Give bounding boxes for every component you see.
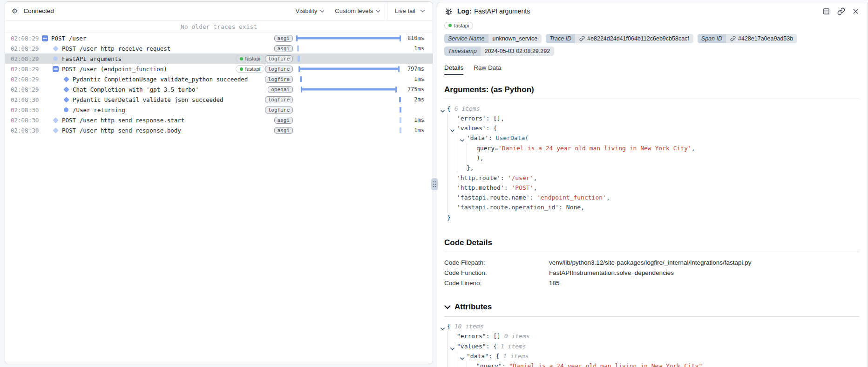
green-dot-icon	[240, 57, 243, 60]
code-details-heading: Code Details	[444, 238, 859, 247]
log-title: FastAPI arguments	[474, 7, 530, 15]
tag-badge-openai[interactable]: openai	[268, 86, 293, 93]
indent-guide	[447, 143, 457, 153]
collapse-chevron-icon[interactable]	[460, 135, 464, 145]
meta-pill-label: Service Name	[444, 34, 488, 43]
tree-line-content: ),	[476, 153, 484, 163]
link-icon[interactable]	[579, 36, 585, 41]
trace-label: POST /user http send response.start	[62, 117, 267, 124]
trace-row[interactable]: 02:08:30/User returninglogfire	[5, 105, 433, 115]
code-token: '/user'	[508, 174, 534, 181]
green-dot-icon	[240, 67, 243, 71]
code-token: "values"	[457, 343, 486, 350]
trace-timestamp: 02:08:30	[11, 117, 40, 124]
trace-list: 02:08:29POST /userasgi810ms02:08:29POST …	[5, 33, 433, 364]
trace-row[interactable]: 02:08:30Pydantic UserDetail validate_jso…	[5, 94, 433, 105]
duration-bar-track	[297, 33, 403, 43]
collapse-chevron-icon[interactable]	[450, 125, 454, 135]
tab-raw-data[interactable]: Raw Data	[474, 64, 501, 75]
tag-badge-asgi[interactable]: asgi	[274, 117, 293, 124]
trace-row[interactable]: 02:08:30POST /user http send response.bo…	[5, 125, 433, 135]
tag-badge-logfire[interactable]: logfire	[265, 107, 293, 113]
code-token: 'Daniel is a 24 year old man living in N…	[498, 145, 692, 152]
indent-guide	[447, 113, 457, 123]
code-token: {	[447, 105, 454, 112]
duration-tick	[297, 46, 299, 51]
code-token: 0 items	[504, 333, 530, 340]
tag-badge-asgi[interactable]: asgi	[274, 35, 293, 42]
panel-resize-handle[interactable]	[431, 178, 438, 190]
trace-row[interactable]: 02:08:29Pydantic CompletionUsage validat…	[5, 74, 433, 84]
tag-badge-logfire[interactable]: logfire	[265, 96, 293, 103]
duration-bar	[299, 68, 399, 70]
collapse-chevron-icon[interactable]	[460, 353, 464, 363]
code-token: : {	[488, 353, 503, 360]
span-icon[interactable]	[52, 66, 59, 72]
duration-bar-track	[297, 53, 403, 64]
tree-line: 'fastapi.route.name': 'endpoint_function…	[444, 193, 859, 202]
code-detail-value: 185	[549, 278, 560, 288]
tree-line: { 6 items	[444, 104, 859, 113]
attributes-json-tree: { 10 items"errors": [] 0 items"values": …	[444, 321, 859, 367]
span-icon[interactable]	[41, 35, 48, 41]
code-token: 'fastapi.route.name'	[457, 194, 530, 201]
code-token: :	[530, 194, 537, 201]
scope-badge-fastapi[interactable]: fastapi	[236, 65, 264, 73]
visibility-dropdown[interactable]: Visibility	[296, 7, 325, 14]
trace-label: Pydantic CompletionUsage validate_python…	[73, 76, 267, 83]
tag-badge-logfire[interactable]: logfire	[265, 76, 293, 83]
copy-link-icon[interactable]	[837, 7, 845, 15]
tree-line: "data": { 1 items	[444, 351, 859, 361]
trace-row[interactable]: 02:08:30POST /user http send response.st…	[5, 115, 433, 125]
trace-row[interactable]: 02:08:29Chat Completion with 'gpt-3.5-tu…	[5, 84, 433, 94]
scope-badge-fastapi[interactable]: fastapi	[444, 22, 473, 29]
trace-row[interactable]: 02:08:29POST /user (endpoint_function)fa…	[5, 64, 433, 74]
grip-dots-icon	[433, 181, 436, 187]
close-icon[interactable]	[852, 8, 859, 15]
custom-levels-dropdown[interactable]: Custom levels	[335, 7, 380, 14]
code-token: "query"	[476, 362, 502, 367]
trace-label: POST /user	[51, 35, 267, 42]
code-token: 1 items	[501, 343, 526, 350]
code-token: "errors"	[457, 333, 486, 340]
tag-badge-logfire[interactable]: logfire	[265, 66, 293, 73]
tree-line: "query": "Daniel is a 24 year old man li…	[444, 361, 859, 367]
duration-tick	[399, 97, 401, 102]
collapse-chevron-icon[interactable]	[444, 305, 451, 309]
collapse-chevron-icon[interactable]	[441, 323, 445, 333]
trace-row[interactable]: 02:08:29POST /userasgi810ms	[5, 33, 433, 43]
tree-line: { 10 items	[444, 321, 859, 331]
trace-duration: 797ms	[403, 66, 424, 72]
trace-row[interactable]: 02:08:29FastAPI argumentsfastapilogfire	[5, 53, 433, 64]
diamond-light-icon	[52, 45, 59, 52]
collapse-chevron-icon[interactable]	[441, 106, 445, 115]
meta-pills: Service Nameunknown_serviceTrace ID#e822…	[444, 34, 859, 56]
link-icon[interactable]	[730, 36, 736, 41]
tab-details[interactable]: Details	[444, 64, 463, 75]
settings-gear-icon[interactable]: ⚙	[12, 7, 18, 14]
tree-line-content: "values": { 1 items	[457, 341, 526, 351]
arguments-heading: Arguments: (as Python)	[444, 85, 859, 94]
scope-badge-fastapi[interactable]: fastapi	[236, 55, 264, 62]
diamond-dark-icon	[63, 86, 69, 93]
trace-label: /User returning	[73, 107, 267, 113]
meta-pill-service-name: Service Nameunknown_service	[444, 34, 542, 43]
tag-badge-asgi[interactable]: asgi	[274, 127, 293, 134]
tag-column: logfire	[267, 96, 293, 103]
live-tail-select[interactable]: Live tail	[387, 2, 433, 20]
dock-panel-icon[interactable]	[822, 7, 830, 15]
tag-badge-logfire[interactable]: logfire	[265, 55, 293, 62]
code-token: :	[488, 134, 496, 141]
code-token: :	[501, 174, 508, 181]
tree-line: ),	[444, 153, 859, 163]
code-token: : {	[486, 343, 501, 350]
tag-column: asgi	[267, 117, 293, 124]
tag-badge-asgi[interactable]: asgi	[274, 45, 293, 52]
collapse-chevron-icon[interactable]	[450, 343, 454, 353]
code-detail-label: Code Filepath:	[444, 258, 549, 268]
code-detail-row: Code Lineno:185	[444, 278, 859, 288]
code-token: :	[504, 184, 512, 191]
trace-row[interactable]: 02:08:29POST /user http receive requesta…	[5, 43, 433, 53]
trace-label: Chat Completion with 'gpt-3.5-turbo'	[73, 86, 267, 93]
tree-line-content: },	[467, 163, 474, 173]
